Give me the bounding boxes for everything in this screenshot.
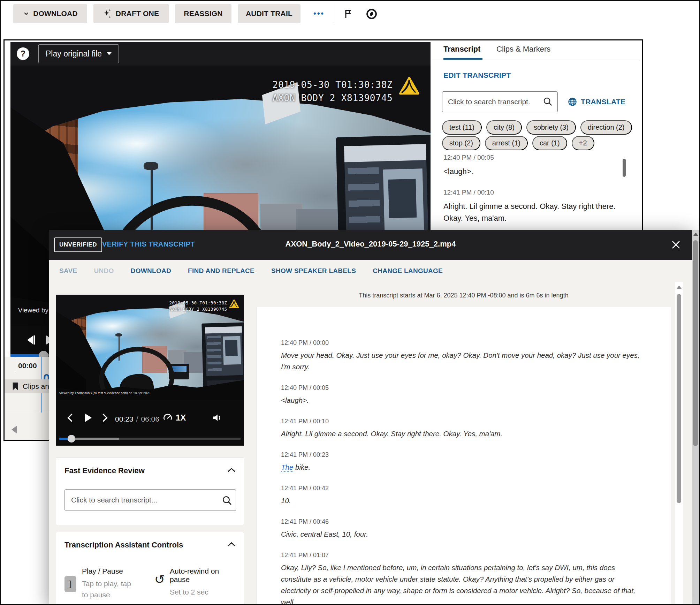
verify-transcript-link[interactable]: VERIFY THIS TRANSCRIPT [102, 240, 195, 248]
transcript-entry[interactable]: 12:41 PM / 00:10 Alright. Lil gimme a se… [281, 418, 642, 439]
search-icon[interactable] [221, 495, 233, 507]
entry-text: Okay, Lily? So, like I mentioned before,… [281, 562, 642, 605]
entry-timestamp: 12:41 PM / 00:23 [281, 451, 642, 459]
play-pause-shortcut: ] Play / Pause Tap to play, tap to pause [64, 567, 150, 600]
scroll-up-icon[interactable] [693, 233, 698, 236]
chevron-down-icon [107, 52, 112, 55]
tag-chip[interactable]: car (1) [532, 136, 567, 150]
scroll-up-icon[interactable] [676, 286, 682, 289]
viewed-by-watermark: Viewed by ThompsonB (tw-test.st.evidence… [59, 391, 150, 395]
speedometer-icon [162, 413, 173, 423]
modal-toolbar-button[interactable]: CHANGE LANGUAGE [373, 267, 443, 275]
reassign-label: REASSIGN [184, 9, 222, 18]
tag-chip[interactable]: city (8) [486, 120, 522, 135]
entry-text-rest: Okay, Lily? So, like I mentioned before,… [281, 564, 635, 605]
transcript-entry[interactable]: 12:41 PM / 00:10 Alright. Lil gimme a se… [443, 189, 616, 224]
collapse-chevron-icon[interactable] [227, 467, 236, 474]
entry-text-rest: bike. [293, 463, 310, 471]
previous-icon[interactable] [66, 413, 75, 424]
entry-text-rest: Alright. Lil gimme a second. Okay. Stay … [281, 430, 502, 438]
tag-chip[interactable]: +2 [572, 136, 594, 150]
download-label: DOWNLOAD [33, 9, 78, 18]
modal-toolbar-button[interactable]: SHOW SPEAKER LABELS [271, 267, 356, 275]
search-icon[interactable] [542, 96, 553, 108]
entry-text-rest: Move your head. Okay. Just use your eyes… [281, 351, 640, 371]
tab-transcript[interactable]: Transcript [443, 45, 480, 54]
translate-button[interactable]: TRANSLATE [568, 95, 625, 109]
timeline-scroll-left-icon[interactable] [12, 426, 17, 433]
evidence-toolbar: DOWNLOAD DRAFT ONE REASSIGN AUDIT TRAIL … [0, 0, 700, 32]
download-button[interactable]: DOWNLOAD [13, 4, 87, 23]
seekbar-handle[interactable] [68, 435, 75, 443]
next-icon[interactable] [100, 413, 109, 424]
entry-timestamp: 12:40 PM / 00:05 [443, 154, 616, 161]
transcript-entry[interactable]: 12:40 PM / 00:05 <laugh>. [443, 154, 616, 177]
overlay-datetime: 2019-05-30 T01:30:38Z [272, 78, 393, 92]
audit-trail-button[interactable]: AUDIT TRAIL [238, 4, 300, 23]
transcript-panel: Transcript Clips & Markers EDIT TRANSCRI… [432, 40, 642, 231]
entry-timestamp: 12:41 PM / 00:42 [281, 485, 642, 492]
entry-text-rest: 10. [281, 497, 291, 505]
globe-icon [568, 97, 577, 107]
entry-timestamp: 12:41 PM / 01:07 [281, 552, 642, 559]
previous-frame-icon[interactable] [24, 334, 38, 347]
modal-toolbar-button[interactable]: UNDO [94, 267, 114, 275]
rewind-icon: ↺ [154, 573, 165, 600]
mini-video-player: 2019-05-30 T01:30:38Z AXON BODY 2 X81390… [56, 295, 244, 446]
video-frame[interactable]: 2019-05-30 T01:30:38Z AXON BODY 2 X81390… [56, 295, 244, 399]
tag-chip[interactable]: arrest (1) [485, 136, 528, 150]
tag-chip[interactable]: direction (2) [580, 120, 632, 135]
chevron-down-icon [23, 10, 30, 17]
fast-review-search-input[interactable] [64, 489, 236, 511]
assistant-shortcuts-row: ] Play / Pause Tap to play, tap to pause… [64, 567, 239, 600]
transcript-editor-area[interactable]: 12:40 PM / 00:00 Move your head. Okay. J… [256, 307, 671, 605]
modal-header: UNVERIFIED VERIFY THIS TRANSCRIPT AXON_B… [49, 230, 692, 260]
current-time: 00:23 [115, 415, 134, 423]
page-scrollbar [692, 230, 699, 605]
panel-divider [432, 60, 640, 60]
translate-label: TRANSLATE [581, 98, 625, 106]
view-eye-icon[interactable] [364, 6, 379, 22]
transcript-entry[interactable]: 12:41 PM / 01:07 Okay, Lily? So, like I … [281, 552, 642, 605]
transcript-editor-modal: UNVERIFIED VERIFY THIS TRANSCRIPT AXON_B… [49, 230, 692, 605]
volume-icon[interactable] [212, 413, 223, 424]
transcript-entry[interactable]: 12:41 PM / 00:46 Civic, central East, 10… [281, 518, 642, 540]
reassign-button[interactable]: REASSIGN [175, 4, 231, 23]
tab-clips-markers[interactable]: Clips & Markers [496, 45, 550, 54]
play-icon[interactable] [84, 413, 93, 424]
entry-timestamp: 12:40 PM / 00:05 [281, 384, 642, 392]
timeline-tick [14, 357, 14, 371]
entry-text: Move your head. Okay. Just use your eyes… [281, 349, 642, 372]
more-actions-button[interactable]: ••• [308, 4, 330, 23]
tag-chip[interactable]: sobriety (3) [526, 120, 576, 135]
play-original-file-dropdown[interactable]: Play original file [38, 44, 119, 63]
transcript-entry[interactable]: 12:40 PM / 00:05 <laugh>. [281, 384, 642, 406]
transcript-search-input[interactable] [442, 91, 558, 112]
modal-toolbar-button[interactable]: SAVE [59, 267, 77, 275]
edit-transcript-link[interactable]: EDIT TRANSCRIPT [443, 71, 511, 80]
mini-seekbar[interactable] [59, 438, 241, 440]
scrollbar-thumb[interactable] [677, 294, 681, 503]
time-display: 00:23/06:06 [115, 415, 159, 423]
panel-scrollbar-thumb[interactable] [623, 159, 626, 177]
tag-chip[interactable]: test (11) [442, 120, 482, 135]
modal-title: AXON_Body_2_Video_2019-05-29_1925_2.mp4 [286, 240, 456, 249]
help-icon[interactable]: ? [17, 47, 29, 60]
transcript-entry[interactable]: 12:41 PM / 00:42 10. [281, 485, 642, 506]
transcript-entry[interactable]: 12:41 PM / 00:23 The bike. [281, 451, 642, 473]
axon-logo-icon [229, 299, 239, 308]
draft-one-button[interactable]: DRAFT ONE [93, 4, 169, 23]
scrollbar-thumb[interactable] [693, 240, 698, 446]
playback-speed-button[interactable]: 1X [162, 413, 186, 423]
tag-chip[interactable]: stop (2) [442, 136, 480, 150]
collapse-chevron-icon[interactable] [227, 541, 236, 549]
transcript-entry[interactable]: 12:40 PM / 00:00 Move your head. Okay. J… [281, 339, 642, 372]
entry-edited-word[interactable]: The [281, 463, 293, 472]
modal-toolbar: SAVEUNDODOWNLOADFIND AND REPLACESHOW SPE… [49, 260, 692, 282]
entry-text: Alright. Lil gimme a second. Okay. Stay … [443, 201, 616, 224]
entry-text: 10. [281, 495, 642, 506]
modal-toolbar-button[interactable]: DOWNLOAD [131, 267, 171, 275]
close-icon[interactable] [669, 238, 683, 252]
flag-icon[interactable] [341, 6, 356, 22]
modal-toolbar-button[interactable]: FIND AND REPLACE [188, 267, 254, 275]
